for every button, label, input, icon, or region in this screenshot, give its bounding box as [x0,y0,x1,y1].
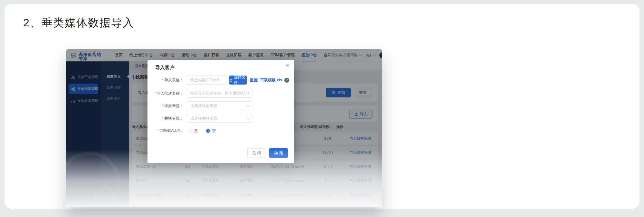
table-row: 新优化 WJ 活动及其他 浦东项目 2022-11-24 09:50:44 10… [132,174,378,188]
nav-item[interactable]: 首页 [115,52,123,58]
file-reset-link[interactable]: 重置 [250,77,258,83]
chevron-down-icon [373,53,376,56]
field-label-source: *线索来源： [154,103,184,109]
help-icon[interactable]: ? [284,78,289,83]
modal-title: 导入客户 [155,65,175,71]
nav-item[interactable]: CRM客户管理 [270,52,295,58]
cell-count: 8 / 5 [312,137,343,140]
cell-count: 5 / 4 [312,207,343,208]
cell-project: 浦东项目 [236,178,267,183]
nav-item[interactable]: 活动中心 [182,52,197,58]
cell-time: 2022-11-23 14:14:13 [267,193,312,197]
field-label-aicall: *启用AICALL否： [154,129,184,133]
table-header-cell: 操作 [332,124,343,129]
cell-count: 10 / 3 [312,165,343,169]
nav-item[interactable]: 内容中心 [159,52,175,58]
cell-importer: WJ [177,165,198,169]
aicall-no-radio[interactable]: 否 [206,128,216,134]
bar-chart-icon [71,99,75,103]
lead-source-select[interactable]: 请选择线索来源 [187,101,252,110]
nav-right: 很多美-质量网络 WJ [331,52,382,58]
excel-upload-input[interactable] [187,76,227,85]
submenu-item-import[interactable]: 线索导入 [101,71,129,82]
batch-name-input[interactable] [187,89,252,98]
download-template-link[interactable]: 下载模板.xls [260,77,282,83]
page-title: 2、垂类媒体数据导入 [23,15,134,30]
cell-importer: WJ [177,179,198,183]
nav-item[interactable]: 投放中心 [301,52,317,58]
submenu-item-follow[interactable]: 线索跟进 [101,93,129,104]
chevron-down-icon [246,116,250,120]
cell-batch-name: 11223333 [132,207,177,208]
cell-batch-name: 新优化 [132,178,177,183]
nav-item[interactable]: 线上销售中心 [129,52,153,58]
upload-icon [229,78,232,82]
field-label-batch: *导入批次名称： [154,91,184,96]
section-accent-bar [133,75,134,79]
related-line-select[interactable]: 请选择关联专线 [187,114,252,123]
cell-time: 2022-11-24 10:04:29 [267,165,312,169]
search-icon [332,91,336,95]
cell-project: 浦东项目 [236,193,267,197]
modal-footer: 关 闭 确 定 [247,148,288,158]
close-icon[interactable]: × [286,63,289,68]
sidebar-item-leads[interactable]: 投放线索管理 [69,84,98,94]
chevron-down-icon [246,104,250,107]
logo: 高净值营销专家 [71,50,104,61]
chevron-down-icon [359,53,362,56]
logo-tagline [79,50,102,51]
submenu: 线索导入 线索明细 线索跟进 [101,61,129,207]
cell-importer: WJ [177,193,198,197]
lead-detail-link[interactable]: 导入线索明细 [350,136,371,140]
cell-project: 浦东项目 [236,164,267,169]
submenu-item-detail[interactable]: 线索明细 [101,82,129,93]
sidebar: 投放平台管理 投放线索管理 投放效果管理 [66,61,101,207]
upload-icon [355,113,358,116]
import-button[interactable]: 导入 [349,110,373,119]
logo-text: 高净值营销专家 [79,52,104,61]
field-label-excel: *导入表格： [154,77,184,83]
nav-item[interactable]: 会话 [324,52,331,58]
cell-project: 浦东项目 [236,207,267,207]
user-menu[interactable]: WJ [366,53,375,57]
table-row: 测试首购自动激活 WJ 活动及其他 浦东项目 2022-11-23 14:14:… [132,188,378,202]
table-header-cell: 导入线索数(成功数) [298,124,332,129]
lead-detail-link[interactable]: 导入线索明细 [350,193,371,197]
choose-file-button[interactable]: 选择文件 [229,76,247,85]
sidebar-item-platform[interactable]: 投放平台管理 [69,72,98,82]
radio-icon [188,129,192,133]
cell-count: 10 / 7 [312,179,343,183]
lead-detail-link[interactable]: 导入线索明细 [350,179,371,183]
app-window: 高净值营销专家 首页 线上销售中心 内容中心 活动中心 推广获客 企微拓客 客户… [66,49,382,207]
search-button[interactable]: 查询 [326,88,351,97]
company-selector[interactable]: 很多美-质量网络 [331,53,361,58]
radio-checked-icon [206,129,210,133]
lead-detail-link[interactable]: 导入线索明细 [350,165,371,168]
sidebar-item-effect[interactable]: 投放效果管理 [69,95,98,106]
cell-source: 活动及其他 [198,178,236,183]
cell-batch-name: 测试首购自动激活 [132,193,177,197]
lead-detail-link[interactable]: 导入线索明细 [350,207,371,207]
modal-confirm-button[interactable]: 确 定 [269,148,288,158]
nav-menu: 首页 线上销售中心 内容中心 活动中心 推广获客 企微拓客 客户服务 CRM客户… [115,52,331,58]
nav-item[interactable]: 企微拓客 [226,52,242,58]
platform-icon [71,75,75,79]
modal-close-button[interactable]: 关 闭 [247,148,266,158]
cell-batch-name: 测试新优化2 [132,164,177,169]
cell-count: 21 / 21 [312,151,343,155]
avatar[interactable] [379,52,382,58]
nav-item[interactable]: 推广获客 [204,52,219,58]
cell-time: 2022-11-23 13:30:50 [267,207,312,208]
aicall-yes-radio[interactable]: 是 [188,128,198,134]
cell-count: 1 / 0 [312,193,343,197]
lead-detail-link[interactable]: 导入线索明细 [350,150,371,154]
top-nav: 高净值营销专家 首页 线上销售中心 内容中心 活动中心 推广获客 企微拓客 客户… [66,49,382,61]
nav-item[interactable]: 客户服务 [248,52,264,58]
chat-bubble-logo-icon [71,51,77,59]
cell-time: 2022-11-24 09:50:44 [267,179,312,183]
reset-button[interactable]: 重置 [354,88,372,97]
aicall-radio-group: 是 否 [188,128,216,134]
cell-source: 天猫打回 [198,207,236,207]
import-customer-modal: 导入客户 × *导入表格： 选择文件 重置 下载模板.xls ? *导入批次名称… [147,60,294,163]
cell-importer: 谢飞 [177,207,198,207]
